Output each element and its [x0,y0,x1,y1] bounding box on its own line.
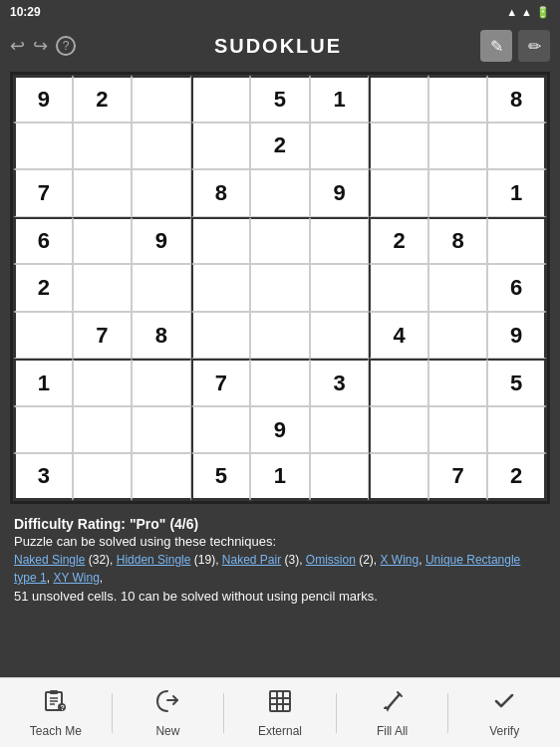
cell-r2-c1[interactable] [73,169,133,217]
cell-r2-c6[interactable] [369,169,428,217]
cell-r2-c0[interactable]: 7 [13,169,73,217]
cell-r0-c8[interactable]: 8 [487,75,547,123]
cell-r4-c3[interactable] [191,264,251,312]
cell-r0-c0[interactable]: 9 [13,75,73,123]
cell-r6-c3[interactable]: 7 [191,359,251,406]
cell-r3-c3[interactable] [191,217,251,265]
cell-r6-c4[interactable] [250,359,310,406]
cell-r2-c2[interactable] [132,169,191,217]
cell-r4-c1[interactable] [73,264,133,312]
technique-omission[interactable]: Omission [306,553,356,567]
cell-r8-c4[interactable]: 1 [250,453,310,501]
unsolved-info: 51 unsolved cells. 10 can be solved with… [14,589,546,604]
cell-r0-c3[interactable] [191,75,251,123]
cell-r0-c4[interactable]: 5 [250,75,310,123]
cell-r2-c3[interactable]: 8 [191,169,251,217]
cell-r8-c6[interactable] [369,453,428,501]
technique-xywing[interactable]: XY Wing [53,571,99,585]
cell-r6-c8[interactable]: 5 [487,359,547,406]
cell-r5-c5[interactable] [310,312,370,360]
cell-r8-c7[interactable]: 7 [428,453,488,501]
cell-r1-c5[interactable] [310,123,370,170]
cell-r8-c5[interactable] [310,453,370,501]
cell-r5-c6[interactable]: 4 [369,312,428,360]
cell-r1-c2[interactable] [132,123,191,170]
nav-new[interactable]: New [113,688,224,738]
cell-r7-c4[interactable]: 9 [250,406,310,454]
cell-r2-c4[interactable] [250,169,310,217]
cell-r4-c8[interactable]: 6 [487,264,547,312]
cell-r0-c2[interactable] [132,75,191,123]
cell-r6-c6[interactable] [369,359,428,406]
cell-r3-c7[interactable]: 8 [428,217,488,265]
nav-teach-me[interactable]: ? Teach Me [0,688,112,738]
cell-r7-c1[interactable] [73,406,133,454]
cell-r7-c0[interactable] [13,406,73,454]
cell-r4-c5[interactable] [310,264,370,312]
cell-r5-c4[interactable] [250,312,310,360]
cell-r1-c3[interactable] [191,123,251,170]
cell-r0-c7[interactable] [428,75,488,123]
cell-r3-c4[interactable] [250,217,310,265]
cell-r0-c5[interactable]: 1 [310,75,370,123]
cell-r7-c3[interactable] [191,406,251,454]
cell-r5-c1[interactable]: 7 [73,312,133,360]
cell-r5-c3[interactable] [191,312,251,360]
technique-hidden-single[interactable]: Hidden Single [117,553,191,567]
cell-r7-c5[interactable] [310,406,370,454]
help-button[interactable]: ? [56,36,76,56]
nav-verify[interactable]: Verify [448,688,560,738]
cell-r7-c2[interactable] [132,406,191,454]
nav-fill-all[interactable]: Fill All [337,688,448,738]
cell-r0-c6[interactable] [369,75,428,123]
technique-naked-pair[interactable]: Naked Pair [222,553,281,567]
cell-r7-c6[interactable] [369,406,428,454]
cell-value: 9 [510,323,522,349]
cell-r5-c8[interactable]: 9 [487,312,547,360]
pencil-on-button[interactable]: ✏ [518,30,550,62]
cell-r3-c6[interactable]: 2 [369,217,428,265]
cell-r8-c3[interactable]: 5 [191,453,251,501]
nav-external[interactable]: External [224,688,336,738]
cell-r7-c8[interactable] [487,406,547,454]
cell-r5-c0[interactable] [13,312,73,360]
cell-r1-c1[interactable] [73,123,133,170]
undo-button[interactable]: ↩ [10,35,25,57]
external-icon [267,688,293,720]
cell-r4-c2[interactable] [132,264,191,312]
cell-r1-c7[interactable] [428,123,488,170]
redo-button[interactable]: ↪ [33,35,48,57]
cell-r8-c8[interactable]: 2 [487,453,547,501]
cell-r1-c8[interactable] [487,123,547,170]
cell-r4-c0[interactable]: 2 [13,264,73,312]
cell-r3-c5[interactable] [310,217,370,265]
cell-r6-c0[interactable]: 1 [13,359,73,406]
pencil-off-button[interactable]: ✎ [480,30,512,62]
cell-r6-c2[interactable] [132,359,191,406]
cell-r4-c6[interactable] [369,264,428,312]
cell-r8-c2[interactable] [132,453,191,501]
cell-r8-c1[interactable] [73,453,133,501]
cell-r8-c0[interactable]: 3 [13,453,73,501]
cell-r0-c1[interactable]: 2 [73,75,133,123]
cell-r6-c1[interactable] [73,359,133,406]
cell-r6-c5[interactable]: 3 [310,359,370,406]
cell-r5-c2[interactable]: 8 [132,312,191,360]
cell-r6-c7[interactable] [428,359,488,406]
cell-r2-c8[interactable]: 1 [487,169,547,217]
cell-r1-c0[interactable] [13,123,73,170]
cell-r3-c1[interactable] [73,217,133,265]
cell-r4-c7[interactable] [428,264,488,312]
cell-r5-c7[interactable] [428,312,488,360]
technique-xwing[interactable]: X Wing [381,553,420,567]
cell-r7-c7[interactable] [428,406,488,454]
technique-naked-single[interactable]: Naked Single [14,553,85,567]
cell-r1-c4[interactable]: 2 [250,123,310,170]
cell-r2-c7[interactable] [428,169,488,217]
cell-r1-c6[interactable] [369,123,428,170]
cell-r4-c4[interactable] [250,264,310,312]
cell-r2-c5[interactable]: 9 [310,169,370,217]
cell-r3-c8[interactable] [487,217,547,265]
cell-r3-c2[interactable]: 9 [132,217,191,265]
cell-r3-c0[interactable]: 6 [13,217,73,265]
